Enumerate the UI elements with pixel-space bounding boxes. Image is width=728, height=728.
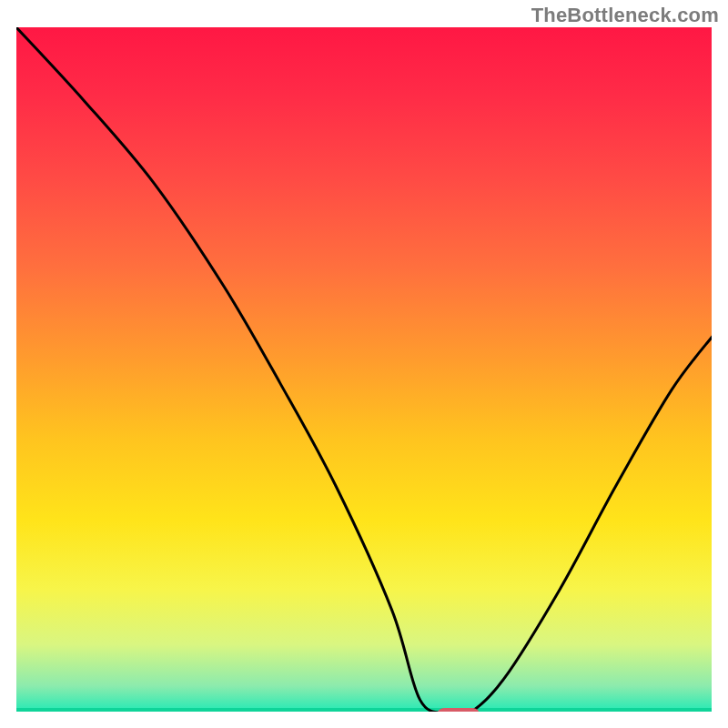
plot-area xyxy=(15,25,713,713)
watermark-text: TheBottleneck.com xyxy=(531,4,719,27)
bottleneck-chart xyxy=(15,25,713,713)
gradient-background xyxy=(15,25,713,713)
chart-container: TheBottleneck.com xyxy=(0,0,728,728)
